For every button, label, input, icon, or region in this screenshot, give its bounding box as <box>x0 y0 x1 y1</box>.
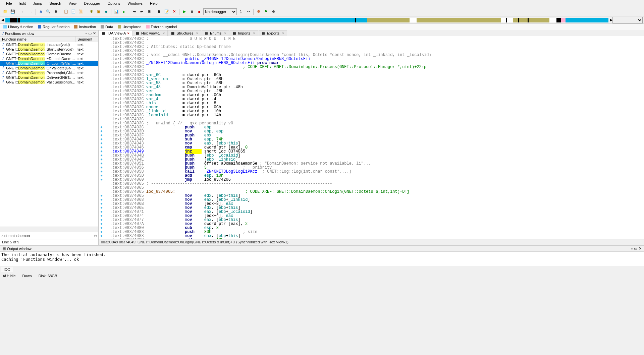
binary-icon[interactable]: 🔍 <box>45 8 52 15</box>
asm-line[interactable]: ● .text:0837408B add eax, 10h <box>100 238 643 239</box>
debugger-select[interactable]: No debugger <box>203 8 237 15</box>
legend-item: Library function <box>3 25 33 29</box>
functions-panel: f Functions window ▫ ▭ ✕ Function name S… <box>0 30 99 245</box>
function-row[interactable]: fGNET::DomainDaemon::Instance(void).text <box>0 42 98 47</box>
restore-icon[interactable]: ▭ <box>88 31 92 36</box>
menu-jump[interactable]: Jump <box>30 1 46 6</box>
text-icon[interactable]: A <box>38 8 44 15</box>
chart-icon[interactable]: 📊 <box>113 8 120 15</box>
unk-icon[interactable]: ◆ <box>103 8 109 15</box>
function-row[interactable]: fGNET::DomainDaemon::Process(int,GNET::D… <box>0 70 98 75</box>
xref-from-icon[interactable]: ⇤ <box>138 8 145 15</box>
func-icon: f <box>1 80 5 84</box>
legend-item: Instruction <box>74 25 96 29</box>
function-row[interactable]: fGNET::DomainDaemon::DomainDaemon(void).… <box>0 52 98 56</box>
search-input[interactable] <box>4 233 94 238</box>
menu-search[interactable]: Search <box>46 1 65 6</box>
status-down: Down <box>22 274 32 278</box>
h-scrollbar[interactable] <box>0 227 98 232</box>
idc-button[interactable]: IDC <box>1 267 13 272</box>
menu-options[interactable]: Options <box>104 1 123 6</box>
output-body[interactable]: The initial autoanalysis has been finish… <box>0 252 644 266</box>
functions-list[interactable]: fGNET::DomainDaemon::Instance(void).text… <box>0 42 98 227</box>
status-disk: Disk: 68GB <box>39 274 57 278</box>
plugin1-icon[interactable]: ⚙ <box>255 8 262 15</box>
tab-ida-view-a[interactable]: ▦IDA View-A× <box>99 30 132 36</box>
script-icon[interactable]: 📜 <box>77 8 84 15</box>
nav-zoom-select[interactable] <box>612 17 643 23</box>
clear-search-icon[interactable]: ⊗ <box>94 234 97 238</box>
asm-line[interactable]: .text:0837403C ; Attributes: static bp-b… <box>100 45 643 49</box>
asm-line[interactable]: .text:0837403C _localsid = dword ptr 14h <box>100 113 643 117</box>
menu-windows[interactable]: Windows <box>124 1 146 6</box>
nav-left-icon[interactable]: ◀ <box>1 18 4 22</box>
function-row[interactable]: fGNET::DomainDaemon::OnLogin(GNET::Octet… <box>0 61 98 66</box>
output-panel: ▤ Output window ▫ ▭ ✕ The initial autoan… <box>0 245 644 273</box>
close-icon[interactable]: ✕ <box>639 246 642 251</box>
legend-item: Unexplored <box>118 25 141 29</box>
plugin3-icon[interactable]: ⊘ <box>270 8 277 15</box>
functions-search: ⌕ ⊗ <box>0 232 98 239</box>
function-row[interactable]: fGNET::DomainDaemon::ValidSession(int,in… <box>0 80 98 84</box>
tab-imports[interactable]: ▦Imports× <box>230 30 258 36</box>
function-segment: .text <box>76 75 98 80</box>
back-icon[interactable]: ← <box>20 8 26 15</box>
function-row[interactable]: fGNET::DomainDaemon::~DomainDaemon().tex… <box>0 56 98 61</box>
disassembly-view[interactable]: .text:0837403C ; =============== S U B R… <box>99 36 644 239</box>
run-icon[interactable]: ▶ <box>181 8 188 15</box>
menu-edit[interactable]: Edit <box>16 1 29 6</box>
notepad-icon[interactable]: 📝 <box>163 8 170 15</box>
asm-line[interactable]: .text:0837403C ; CODE XREF: GNET::Domain… <box>100 65 643 69</box>
copy-icon[interactable]: 📋 <box>63 8 69 15</box>
stop-icon[interactable]: ■ <box>196 8 203 15</box>
plugin2-icon[interactable]: ⚑ <box>263 8 269 15</box>
menu-help[interactable]: Help <box>147 1 161 6</box>
func-icon: f <box>1 42 5 46</box>
nav-strip[interactable] <box>5 18 608 22</box>
tab-icon: ▦ <box>171 31 175 35</box>
asm-line[interactable]: .text:0837403C ; =============== S U B R… <box>100 37 643 41</box>
forward-icon[interactable]: → <box>27 8 34 15</box>
function-name: GNET::DomainDaemon::StartListen(void) <box>6 47 76 52</box>
step-over-icon[interactable]: ⤻ <box>245 8 252 15</box>
status-bar: AU: idle Down Disk: 68GB <box>0 273 644 279</box>
tab-structures[interactable]: ▦Structures× <box>168 30 201 36</box>
imm-icon[interactable]: ⊕ <box>52 8 59 15</box>
close-icon[interactable]: ✕ <box>93 31 96 36</box>
tab-close-icon[interactable]: × <box>127 31 129 35</box>
menu-view[interactable]: View <box>65 1 80 6</box>
menu-debugger[interactable]: Debugger <box>80 1 103 6</box>
step-into-icon[interactable]: ⤵ <box>237 8 244 15</box>
open-icon[interactable]: 📁 <box>2 8 9 15</box>
function-name: GNET::DomainDaemon::Process(int,GNET::Do… <box>6 70 76 75</box>
minimize-icon[interactable]: ▫ <box>86 32 87 36</box>
tab-enums[interactable]: ▦Enums× <box>202 30 229 36</box>
data-icon[interactable]: ▣ <box>95 8 102 15</box>
function-row[interactable]: fGNET::DomainDaemon::OnValidate(GNET::Oc… <box>0 66 98 70</box>
nav-right-icon[interactable]: ▶ <box>610 18 612 22</box>
tab-exports[interactable]: ▦Exports× <box>259 30 287 36</box>
graph-icon[interactable]: ⊞ <box>146 8 152 15</box>
pause-icon[interactable]: ⏸ <box>189 8 195 15</box>
save-icon[interactable]: 💾 <box>9 8 16 15</box>
tab-hex-view-1[interactable]: ▦Hex View-1× <box>133 30 168 36</box>
function-row[interactable]: fGNET::DomainDaemon::Deliver(GNET::Domai… <box>0 75 98 80</box>
asm-line[interactable]: .text:08374065 ; -----------------------… <box>100 182 643 186</box>
cancel-icon[interactable]: ✕ <box>171 8 177 15</box>
output-icon: ▤ <box>2 246 6 251</box>
col-function-name[interactable]: Function name <box>0 37 75 42</box>
legend-item: External symbol <box>146 25 177 29</box>
minimize-icon[interactable]: ▫ <box>631 247 633 251</box>
xref-to-icon[interactable]: ⇥ <box>131 8 138 15</box>
col-segment[interactable]: Segment <box>75 37 98 42</box>
menu-file[interactable]: File <box>3 1 15 6</box>
calc-icon[interactable]: 🖩 <box>156 8 163 15</box>
function-segment: .text <box>76 42 98 47</box>
function-row[interactable]: fGNET::DomainDaemon::StartListen(void).t… <box>0 47 98 52</box>
function-name: GNET::DomainDaemon::OnValidate(GNET::Oct… <box>6 66 76 70</box>
function-name: GNET::DomainDaemon::DomainDaemon(void) <box>6 52 76 56</box>
code-icon[interactable]: ✱ <box>88 8 95 15</box>
restore-icon[interactable]: ▭ <box>634 246 637 251</box>
play-green-icon[interactable]: ● <box>120 8 127 15</box>
paste-icon[interactable]: 📄 <box>70 8 77 15</box>
